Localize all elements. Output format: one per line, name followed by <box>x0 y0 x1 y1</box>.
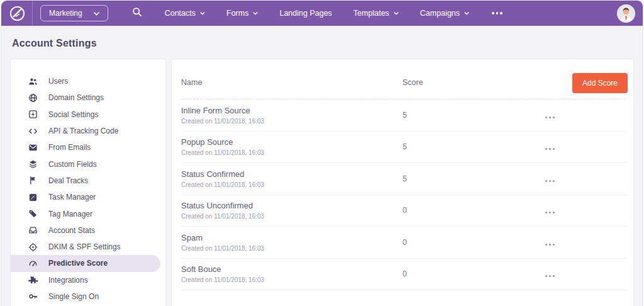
sidebar-item-label: Account Stats <box>48 226 95 235</box>
top-navigation-bar: Marketing Contacts Forms Landing Pa <box>1 1 643 26</box>
nav-item-contacts[interactable]: Contacts <box>165 9 205 18</box>
sidebar-item-label: API & Tracking Code <box>48 127 118 135</box>
social-gear-icon <box>28 110 38 119</box>
table-row: Popup Source Created on 11/01/2018, 16:0… <box>181 132 626 164</box>
table-header: Name Score <box>181 59 626 99</box>
sidebar-item-label: Task Manager <box>48 193 96 201</box>
sidebar-item-predictive-score[interactable]: Predictive Score <box>11 255 160 271</box>
score-name: Soft Bouce <box>181 264 402 274</box>
sidebar-item-label: Integrations <box>48 276 88 285</box>
chevron-down-icon <box>394 12 399 15</box>
score-name: Status Confirmed <box>181 169 402 179</box>
chevron-down-icon <box>200 12 205 15</box>
sidebar-item-deal-tracks[interactable]: Deal Tracks <box>11 173 165 189</box>
table-row: Soft Bouce Created on 11/01/2018, 16:03 … <box>181 259 626 291</box>
globe-icon <box>28 93 38 103</box>
settings-sidebar: Users Domain Settings Social Settings AP… <box>10 59 166 306</box>
sidebar-item-label: Tag Manager <box>48 210 92 218</box>
search-button[interactable] <box>132 7 142 20</box>
gauge-icon <box>28 259 38 268</box>
nav-more-menu-icon[interactable] <box>492 12 502 14</box>
inbox-icon <box>28 225 38 235</box>
page-title: Account Settings <box>1 26 643 59</box>
score-created-date: Created on 11/01/2018, 16:03 <box>181 276 402 283</box>
key-icon <box>28 292 38 302</box>
row-actions-menu-icon[interactable] <box>544 178 556 184</box>
sidebar-item-from-emails[interactable]: From Emails <box>11 139 165 156</box>
sidebar-item-label: From Emails <box>48 143 91 152</box>
puzzle-icon <box>28 275 38 285</box>
sidebar-item-label: Single Sign On <box>48 292 99 301</box>
score-value: 0 <box>402 269 544 278</box>
column-header-name: Name <box>181 78 402 87</box>
envelope-icon <box>28 143 38 152</box>
score-value: 5 <box>402 174 544 183</box>
sidebar-item-label: Users <box>48 77 68 86</box>
row-actions-menu-icon[interactable] <box>544 241 556 248</box>
pencil-square-icon <box>28 193 38 202</box>
score-created-date: Created on 11/01/2018, 16:03 <box>181 149 402 156</box>
sidebar-item-integrations[interactable]: Integrations <box>11 272 165 288</box>
content-area: Users Domain Settings Social Settings AP… <box>1 59 643 306</box>
sidebar-item-domain-settings[interactable]: Domain Settings <box>11 89 165 106</box>
sidebar-item-label: Predictive Score <box>48 259 108 268</box>
sidebar-item-users[interactable]: Users <box>11 73 165 89</box>
sidebar-item-api-tracking-code[interactable]: API & Tracking Code <box>11 123 165 139</box>
sidebar-item-dkim-spf-settings[interactable]: DKIM & SPF Settings <box>11 239 165 255</box>
nav-item-templates[interactable]: Templates <box>353 9 399 18</box>
score-name: Status Unconfirmed <box>181 201 402 210</box>
nav-item-forms[interactable]: Forms <box>226 9 258 18</box>
sidebar-item-custom-fields[interactable]: Custom Fields <box>11 156 165 172</box>
flag-icon <box>28 176 38 185</box>
nav-label: Contacts <box>165 9 196 18</box>
sidebar-item-label: Social Settings <box>48 110 98 119</box>
users-icon <box>28 77 38 86</box>
nav-label: Templates <box>353 9 389 18</box>
layers-icon <box>28 159 38 169</box>
score-value: 0 <box>402 238 544 247</box>
nav-label: Forms <box>226 9 248 18</box>
sidebar-item-label: Custom Fields <box>48 160 97 169</box>
chevron-down-icon <box>253 12 258 15</box>
sidebar-item-label: Domain Settings <box>48 93 104 102</box>
nav-item-landing-pages[interactable]: Landing Pages <box>279 9 331 18</box>
score-value: 5 <box>402 142 544 151</box>
sidebar-item-single-sign-on[interactable]: Single Sign On <box>11 288 165 305</box>
app-switcher-marketing[interactable]: Marketing <box>40 5 108 21</box>
row-actions-menu-icon[interactable] <box>544 273 556 280</box>
score-created-date: Created on 11/01/2018, 16:03 <box>181 118 402 125</box>
row-actions-menu-icon[interactable] <box>544 114 556 121</box>
row-actions-menu-icon[interactable] <box>544 209 556 216</box>
sidebar-item-social-settings[interactable]: Social Settings <box>11 106 165 123</box>
main-nav: Contacts Forms Landing Pages Templates C… <box>165 9 502 18</box>
score-value: 5 <box>402 111 544 120</box>
nav-item-campaigns[interactable]: Campaigns <box>420 9 469 18</box>
search-icon <box>132 7 142 20</box>
sidebar-item-task-manager[interactable]: Task Manager <box>11 189 165 205</box>
score-name: Popup Source <box>181 137 402 147</box>
sidebar-item-label: Deal Tracks <box>48 176 88 185</box>
table-row: Status Unconfirmed Created on 11/01/2018… <box>181 195 626 227</box>
brand-logo-icon[interactable] <box>9 5 26 22</box>
table-row: Status Confirmed Created on 11/01/2018, … <box>181 163 626 195</box>
app-switcher-label: Marketing <box>49 9 82 18</box>
nav-label: Campaigns <box>420 9 460 18</box>
user-avatar[interactable] <box>617 4 635 23</box>
nav-label: Landing Pages <box>279 9 331 18</box>
add-score-button[interactable]: Add Score <box>572 73 628 93</box>
score-created-date: Created on 11/01/2018, 16:03 <box>181 245 402 252</box>
sidebar-item-account-stats[interactable]: Account Stats <box>11 222 165 239</box>
column-header-score: Score <box>402 78 544 87</box>
topbar-divider <box>32 1 33 26</box>
score-name: Inline Form Source <box>181 106 402 115</box>
row-actions-menu-icon[interactable] <box>544 145 556 152</box>
table-row: Inline Form Source Created on 11/01/2018… <box>181 99 626 132</box>
score-created-date: Created on 11/01/2018, 16:03 <box>181 213 402 220</box>
sidebar-item-tag-manager[interactable]: Tag Manager <box>11 205 165 222</box>
sidebar-item-label: DKIM & SPF Settings <box>48 242 121 251</box>
code-icon <box>28 127 38 136</box>
table-row: Spam Created on 11/01/2018, 16:03 0 <box>181 227 626 259</box>
score-value: 0 <box>402 206 544 215</box>
table-row: Hard Bouce <box>181 290 626 305</box>
chevron-down-icon <box>94 9 99 18</box>
